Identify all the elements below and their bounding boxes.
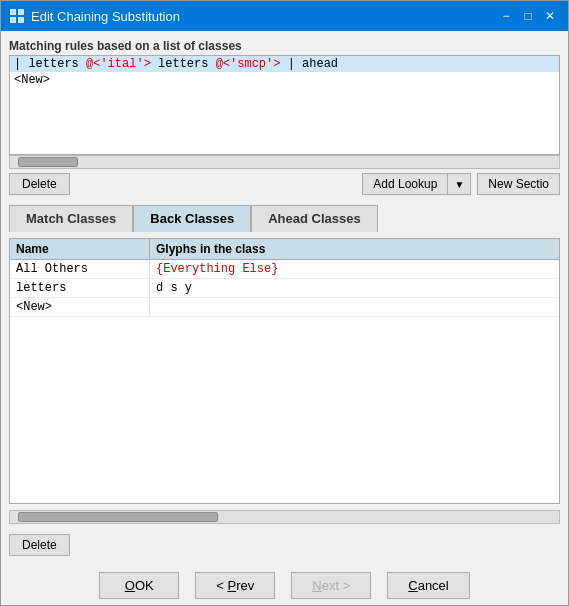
rule-text3: | ahead [280, 57, 338, 71]
col-name-header: Name [10, 239, 150, 259]
svg-rect-1 [18, 9, 24, 15]
rules-scrollbar-thumb[interactable] [18, 157, 78, 167]
main-content: Matching rules based on a list of classe… [1, 31, 568, 564]
table-row[interactable]: <New> [10, 298, 559, 317]
table-row[interactable]: All Others {Everything Else} [10, 260, 559, 279]
delete-button[interactable]: Delete [9, 173, 70, 195]
bottom-buttons: OOK < Prev Next > Cancel [1, 564, 568, 605]
title-bar: Edit Chaining Substitution − □ ✕ [1, 1, 568, 31]
classes-toolbar: Delete [9, 534, 560, 556]
window-title: Edit Chaining Substitution [31, 9, 496, 24]
ok-button[interactable]: OOK [99, 572, 179, 599]
rules-list[interactable]: | letters @<'ital'> letters @<'smcp'> | … [9, 55, 560, 155]
rule-highlight1: @<'ital'> [86, 57, 151, 71]
svg-rect-0 [10, 9, 16, 15]
list-item[interactable]: | letters @<'ital'> letters @<'smcp'> | … [10, 56, 559, 72]
class-tabs: Match Classes Back Classes Ahead Classes [9, 205, 560, 232]
new-item-text: <New> [14, 73, 50, 87]
rules-area: Matching rules based on a list of classe… [9, 39, 560, 195]
pipe-char: | [14, 57, 28, 71]
col-glyphs-header: Glyphs in the class [150, 239, 559, 259]
rule-text2: letters [151, 57, 216, 71]
classes-header: Name Glyphs in the class [10, 239, 559, 260]
next-underline: N [312, 578, 321, 593]
add-lookup-dropdown[interactable]: ▼ [447, 173, 471, 195]
rules-section-label: Matching rules based on a list of classe… [9, 39, 560, 53]
close-button[interactable]: ✕ [540, 6, 560, 26]
class-name-cell: <New> [10, 298, 150, 316]
classes-body[interactable]: All Others {Everything Else} letters d s… [10, 260, 559, 503]
cancel-button[interactable]: Cancel [387, 572, 469, 599]
maximize-button[interactable]: □ [518, 6, 538, 26]
svg-rect-3 [18, 17, 24, 23]
class-glyphs-cell [150, 298, 559, 316]
classes-scrollbar-h[interactable] [9, 510, 560, 524]
delete-classes-button[interactable]: Delete [9, 534, 70, 556]
app-icon [9, 8, 25, 24]
list-item[interactable]: <New> [10, 72, 559, 88]
next-button[interactable]: Next > [291, 572, 371, 599]
ok-underline: O [125, 578, 135, 593]
cancel-underline: C [408, 578, 417, 593]
class-glyphs-cell: {Everything Else} [150, 260, 559, 278]
rule-text1: letters [28, 57, 86, 71]
tab-match[interactable]: Match Classes [9, 205, 133, 232]
prev-underline: P [228, 578, 237, 593]
class-glyphs-cell: d s y [150, 279, 559, 297]
add-lookup-group: Add Lookup ▼ [362, 173, 471, 195]
table-row[interactable]: letters d s y [10, 279, 559, 298]
tab-back[interactable]: Back Classes [133, 205, 251, 232]
new-section-button[interactable]: New Sectio [477, 173, 560, 195]
main-window: Edit Chaining Substitution − □ ✕ Matchin… [0, 0, 569, 606]
prev-button[interactable]: < Prev [195, 572, 275, 599]
rule-highlight2: @<'smcp'> [216, 57, 281, 71]
tab-ahead[interactable]: Ahead Classes [251, 205, 378, 232]
classes-scrollbar-thumb[interactable] [18, 512, 218, 522]
class-name-cell: letters [10, 279, 150, 297]
class-name-cell: All Others [10, 260, 150, 278]
add-lookup-button[interactable]: Add Lookup [362, 173, 447, 195]
rules-scrollbar-h[interactable] [9, 155, 560, 169]
window-controls: − □ ✕ [496, 6, 560, 26]
classes-panel: Name Glyphs in the class All Others {Eve… [9, 238, 560, 504]
svg-rect-2 [10, 17, 16, 23]
rules-toolbar: Delete Add Lookup ▼ New Sectio [9, 173, 560, 195]
minimize-button[interactable]: − [496, 6, 516, 26]
